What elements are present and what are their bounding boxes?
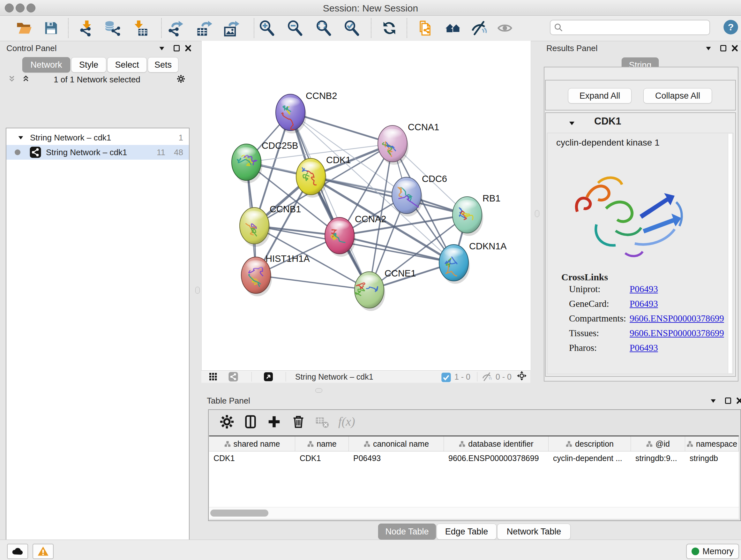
save-session-button[interactable] xyxy=(42,19,60,37)
memory-button[interactable]: Memory xyxy=(686,544,739,559)
tab-sets[interactable]: Sets xyxy=(148,57,179,72)
table-cell[interactable]: stringdb xyxy=(685,451,739,465)
network-node-cdkn1a[interactable]: CDKN1A xyxy=(439,241,507,284)
zoom-selected-icon xyxy=(343,20,360,37)
network-edge[interactable] xyxy=(340,236,454,263)
crosslink-link[interactable]: 9606.ENSP00000378699 xyxy=(630,328,724,338)
control-panel-close-button[interactable] xyxy=(183,44,193,53)
cloud-button[interactable] xyxy=(7,544,28,559)
network-view-icon[interactable] xyxy=(228,372,239,382)
export-table-button[interactable] xyxy=(195,19,213,37)
eye-show-button[interactable] xyxy=(496,19,514,37)
toolbar-separator xyxy=(371,18,372,38)
column-header-description[interactable]: description xyxy=(549,436,631,451)
crosslink-link[interactable]: 9606.ENSP00000378699 xyxy=(630,313,724,324)
zoom-out-button[interactable] xyxy=(286,19,304,37)
zoom-in-button[interactable] xyxy=(258,19,276,37)
table-panel-menu-button[interactable] xyxy=(709,396,718,406)
table-cell[interactable]: 9606.ENSP00000378699 xyxy=(444,451,549,465)
column-type-icon xyxy=(224,440,231,447)
network-node-ccne1[interactable]: CCNE1 xyxy=(354,268,416,311)
network-edge[interactable] xyxy=(256,275,369,290)
network-collection-row[interactable]: String Network – cdk1 1 xyxy=(6,130,189,145)
expand-all-button[interactable]: Expand All xyxy=(568,88,631,104)
eye-hide-button[interactable] xyxy=(470,19,488,37)
protein-structure-image xyxy=(568,164,694,277)
node-label: CCNB2 xyxy=(306,91,337,101)
network-node-ccnb1[interactable]: CCNB1 xyxy=(240,204,301,247)
zoom-fit-button[interactable] xyxy=(315,19,333,37)
column-header-sharedname[interactable]: shared name xyxy=(209,436,295,451)
table-cell[interactable]: P06493 xyxy=(349,451,444,465)
export-image-button[interactable] xyxy=(222,19,240,37)
column-header-namespace[interactable]: namespace xyxy=(685,436,739,451)
control-panel-float-button[interactable] xyxy=(172,44,181,53)
crosslink-link[interactable]: P06493 xyxy=(630,284,658,294)
horizontal-splitter-handle[interactable] xyxy=(315,388,322,393)
zoom-in-icon xyxy=(259,20,275,37)
tab-network[interactable]: Network xyxy=(22,57,70,72)
network-node-rb1[interactable]: RB1 xyxy=(453,193,500,236)
tab-select[interactable]: Select xyxy=(107,57,147,72)
export-network-button[interactable] xyxy=(166,19,185,37)
results-scrollbar-track[interactable] xyxy=(728,134,732,373)
help-button[interactable]: ? xyxy=(722,18,740,36)
network-node-cdc6[interactable]: CDC6 xyxy=(392,174,447,216)
grid-view-icon[interactable] xyxy=(208,372,219,382)
table-panel-float-button[interactable] xyxy=(723,396,733,406)
results-panel-close-button[interactable] xyxy=(730,44,739,53)
table-cell[interactable]: stringdb:9... xyxy=(631,451,685,465)
warnings-button[interactable] xyxy=(32,544,54,559)
selected-checkbox-icon[interactable] xyxy=(441,372,451,382)
collection-expander-icon[interactable] xyxy=(17,134,24,141)
zoom-selected-button[interactable] xyxy=(343,19,360,37)
string-document-button[interactable] xyxy=(416,19,434,37)
network-options-gear-icon[interactable] xyxy=(175,73,187,85)
table-horizontal-scrollbar[interactable] xyxy=(209,507,739,519)
open-session-button[interactable] xyxy=(15,19,33,37)
import-network-database-button[interactable] xyxy=(104,19,121,37)
network-node-ccna1[interactable]: CCNA1 xyxy=(378,122,439,165)
column-header-id[interactable]: @id xyxy=(631,436,685,451)
tab-edge-table[interactable]: Edge Table xyxy=(436,523,496,540)
table-settings-gear-icon[interactable] xyxy=(219,415,235,430)
table-cell[interactable]: cyclin-dependent ... xyxy=(549,451,631,465)
results-panel-menu-button[interactable] xyxy=(704,44,713,53)
table-box: f(x) shared namenamecanonical namedataba… xyxy=(208,409,741,521)
right-splitter-handle[interactable] xyxy=(535,210,539,217)
crosslink-link[interactable]: P06493 xyxy=(630,343,658,353)
tab-node-table[interactable]: Node Table xyxy=(378,523,436,540)
tab-network-table[interactable]: Network Table xyxy=(497,523,570,540)
delete-column-icon[interactable] xyxy=(291,415,307,430)
show-columns-icon[interactable] xyxy=(243,415,259,430)
add-column-icon[interactable] xyxy=(267,415,282,430)
protein-section-expander-icon[interactable] xyxy=(568,119,576,127)
column-header-canonicalname[interactable]: canonical name xyxy=(349,436,444,451)
table-cell[interactable]: CDK1 xyxy=(209,451,295,465)
table-panel-close-button[interactable] xyxy=(735,396,741,406)
crosslink-label: Uniprot: xyxy=(569,284,600,294)
scrollbar-thumb[interactable] xyxy=(210,509,268,516)
import-table-file-button[interactable] xyxy=(131,19,149,37)
network-node-hist1h1a[interactable]: HIST1H1A xyxy=(241,253,310,296)
left-splitter-handle[interactable] xyxy=(195,287,200,294)
column-header-name[interactable]: name xyxy=(295,436,349,451)
import-network-file-button[interactable] xyxy=(78,19,96,37)
table-cell[interactable]: CDK1 xyxy=(295,451,349,465)
network-canvas[interactable]: CCNB2CCNA1CDC25BCDK1CDC6RB1CCNB1CCNA2CDK… xyxy=(201,41,531,370)
control-panel-menu-button[interactable] xyxy=(157,44,166,53)
search-input[interactable] xyxy=(565,21,710,34)
collapse-all-button[interactable]: Collapse All xyxy=(643,88,712,104)
string-home-button[interactable] xyxy=(444,19,462,37)
detach-view-icon[interactable] xyxy=(263,372,274,382)
network-node-cdk1[interactable]: CDK1 xyxy=(296,155,351,198)
network-row-selected[interactable]: String Network – cdk1 11 48 xyxy=(6,145,189,160)
network-view-title: String Network – cdk1 xyxy=(295,372,374,381)
crosslink-link[interactable]: P06493 xyxy=(630,299,658,309)
tab-style[interactable]: Style xyxy=(71,57,106,72)
refresh-view-button[interactable] xyxy=(381,19,398,37)
birdseye-navigator-icon[interactable] xyxy=(517,371,529,383)
results-panel-float-button[interactable] xyxy=(718,44,728,53)
column-header-databaseidentifier[interactable]: database identifier xyxy=(444,436,549,451)
network-node-ccna2[interactable]: CCNA2 xyxy=(325,214,386,257)
